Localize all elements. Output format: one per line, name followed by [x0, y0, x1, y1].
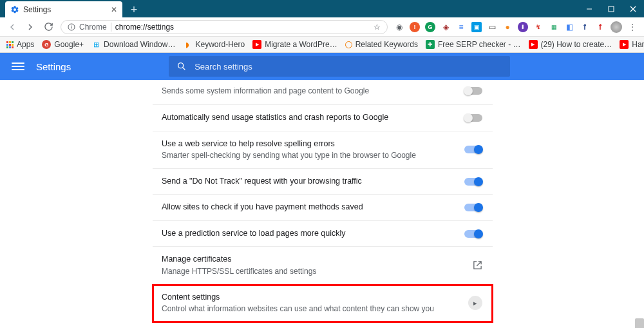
forward-button[interactable] — [24, 21, 36, 33]
gear-icon — [10, 5, 19, 14]
bookmark-label: Google+ — [54, 40, 84, 49]
bookmark-star-icon[interactable]: ☆ — [374, 23, 381, 32]
toggle-usage-stats[interactable] — [464, 114, 482, 122]
row-prediction[interactable]: Use a prediction service to load pages m… — [153, 221, 493, 247]
bookmark-keyword[interactable]: ◗ Keyword-Hero — [183, 40, 245, 49]
bookmark-label: Related Keywords — [355, 40, 418, 49]
bookmark-label: Migrate a WordPre… — [265, 40, 337, 49]
ext-icon-11[interactable]: ◧ — [564, 22, 574, 32]
ext-icon-7[interactable]: ● — [502, 22, 513, 32]
ext-icon-9[interactable]: ↯ — [533, 22, 544, 32]
row-title: Manage certificates — [162, 254, 473, 265]
toggle-spelling[interactable] — [464, 146, 482, 153]
ext-icon-10[interactable]: ▦ — [549, 22, 559, 32]
row-do-not-track[interactable]: Send a "Do Not Track" request with your … — [153, 169, 493, 195]
browser-tab-settings[interactable]: Settings ✕ — [5, 1, 122, 17]
row-system-info[interactable]: Sends some system information and page c… — [153, 80, 493, 105]
row-title: Content settings — [162, 292, 468, 304]
serp-icon: ✚ — [426, 40, 435, 49]
bookmarks-bar: Apps G Google+ ⊞ Download Window… ◗ Keyw… — [0, 37, 644, 53]
bookmark-howto[interactable]: ▶ (29) How to create… — [529, 40, 612, 49]
ext-icon-6[interactable]: ▭ — [487, 22, 497, 32]
gplus-icon: G — [42, 40, 51, 49]
launch-icon — [473, 260, 482, 270]
bookmark-hangups[interactable]: ▶ Hang Ups (Want Yo… — [620, 40, 644, 49]
profile-avatar[interactable] — [611, 21, 622, 33]
youtube-icon: ▶ — [529, 40, 538, 49]
extensions-area: ◉ ! G ◈ ≡ ▣ ▭ ● ⬇ ↯ ▦ ◧ f f ⋮ — [394, 21, 638, 33]
svg-line-8 — [183, 68, 185, 70]
row-payment-methods[interactable]: Allow sites to check if you have payment… — [153, 195, 493, 221]
settings-content: Sends some system information and page c… — [0, 80, 644, 328]
tab-title: Settings — [23, 5, 51, 14]
toggle-system-info[interactable] — [464, 87, 482, 95]
youtube-icon: ▶ — [252, 40, 261, 49]
new-tab-button[interactable]: + — [126, 2, 142, 17]
row-clear-browsing-data[interactable]: Clear browsing data Clear history, cooki… — [153, 322, 493, 328]
site-info-icon[interactable] — [68, 23, 75, 31]
omnibox-url: chrome://settings — [115, 23, 174, 32]
bookmark-label: Hang Ups (Want Yo… — [632, 40, 644, 49]
bookmark-migrate[interactable]: ▶ Migrate a WordPre… — [252, 40, 337, 49]
row-manage-certificates[interactable]: Manage certificates Manage HTTPS/SSL cer… — [153, 247, 493, 284]
bookmark-label: Apps — [17, 40, 34, 49]
windows-icon: ⊞ — [91, 40, 100, 49]
bookmark-related[interactable]: Related Keywords — [345, 40, 418, 49]
row-content-settings[interactable]: Content settings Control what informatio… — [153, 285, 493, 322]
bookmark-googleplus[interactable]: G Google+ — [42, 40, 84, 49]
svg-point-7 — [178, 63, 184, 68]
page-title: Settings — [36, 61, 71, 72]
row-subtitle: Manage HTTPS/SSL certificates and settin… — [162, 266, 473, 277]
search-icon — [176, 61, 187, 72]
row-title: Allow sites to check if you have payment… — [162, 202, 464, 213]
row-title: Use a prediction service to load pages m… — [162, 228, 464, 240]
circle-icon — [345, 41, 352, 48]
close-window-button[interactable] — [622, 0, 644, 17]
ext-icon-2[interactable]: G — [425, 22, 435, 32]
row-spelling[interactable]: Use a web service to help resolve spelli… — [153, 131, 493, 169]
bookmark-label: Download Window… — [104, 40, 175, 49]
omnibox[interactable]: Chrome chrome://settings ☆ — [61, 20, 388, 34]
ext-icon-12[interactable]: f — [580, 22, 590, 32]
bookmark-download[interactable]: ⊞ Download Window… — [91, 40, 175, 49]
row-title: Send a "Do Not Track" request with your … — [162, 176, 464, 188]
row-subtitle: Control what information websites can us… — [162, 304, 468, 314]
bookmark-serp[interactable]: ✚ Free SERP checker - … — [426, 40, 520, 49]
omnibox-proto: Chrome — [79, 23, 111, 32]
ext-icon-13[interactable]: f — [595, 22, 605, 32]
chevron-right-icon: ▸ — [468, 296, 482, 310]
toggle-prediction[interactable] — [464, 230, 482, 238]
menu-hamburger-icon[interactable] — [12, 63, 24, 70]
youtube-icon: ▶ — [620, 40, 629, 49]
keyword-icon: ◗ — [183, 40, 192, 49]
ext-icon-1[interactable]: ! — [410, 22, 420, 32]
address-bar-row: Chrome chrome://settings ☆ ◉ ! G ◈ ≡ ▣ ▭… — [0, 17, 644, 37]
ext-icon-3[interactable]: ◈ — [440, 22, 451, 32]
minimize-button[interactable] — [578, 0, 600, 17]
bookmark-label: Free SERP checker - … — [438, 40, 520, 49]
window-controls — [578, 0, 644, 17]
maximize-button[interactable] — [600, 0, 622, 17]
back-button[interactable] — [6, 21, 18, 33]
scrollbar-thumb[interactable] — [635, 318, 644, 328]
toggle-dnt[interactable] — [464, 178, 482, 186]
chrome-menu-icon[interactable]: ⋮ — [627, 22, 638, 32]
toggle-payment[interactable] — [464, 204, 482, 211]
row-usage-statistics[interactable]: Automatically send usage statistics and … — [153, 105, 493, 131]
tab-strip: Settings ✕ + — [0, 0, 142, 17]
apps-grid-icon — [6, 41, 14, 48]
ext-icon-4[interactable]: ≡ — [456, 22, 466, 32]
bookmark-apps[interactable]: Apps — [6, 40, 34, 49]
window-titlebar: Settings ✕ + — [0, 0, 644, 17]
search-placeholder: Search settings — [194, 62, 252, 72]
row-subtitle: Smarter spell-checking by sending what y… — [162, 150, 464, 161]
bookmark-label: Keyword-Hero — [195, 40, 245, 49]
close-tab-icon[interactable]: ✕ — [111, 5, 117, 14]
settings-panel: Sends some system information and page c… — [153, 80, 493, 328]
ext-icon-5[interactable]: ▣ — [471, 22, 482, 32]
camera-icon[interactable]: ◉ — [394, 22, 404, 32]
ext-icon-8[interactable]: ⬇ — [518, 22, 528, 32]
row-title: Automatically send usage statistics and … — [162, 112, 464, 124]
reload-button[interactable] — [43, 21, 54, 33]
search-settings-input[interactable]: Search settings — [169, 56, 510, 77]
